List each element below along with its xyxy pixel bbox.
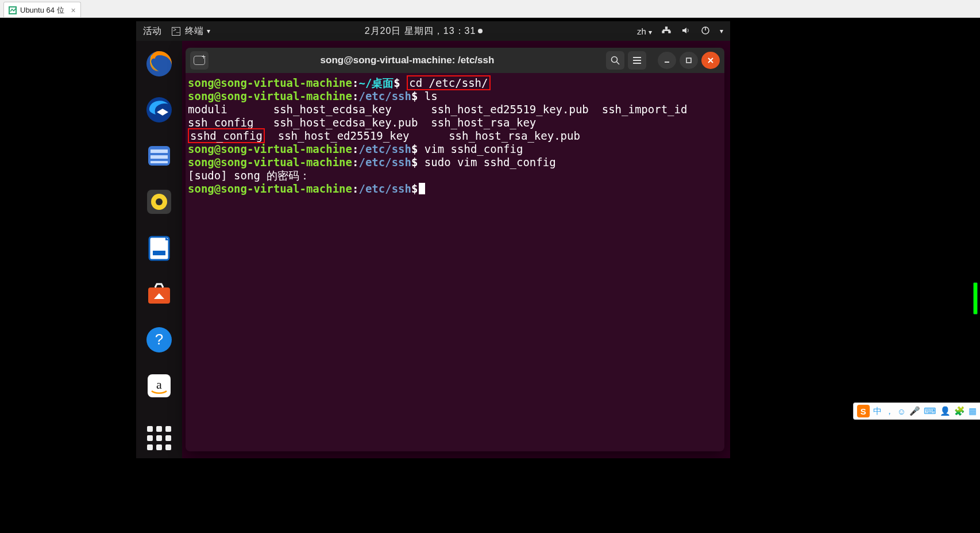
activities-button[interactable]: 活动	[143, 25, 161, 37]
chevron-down-icon: ▾	[649, 28, 652, 36]
clock[interactable]: 2月20日 星期四，13：31	[210, 25, 637, 37]
prompt-path-ssh: /etc/ssh	[358, 156, 411, 168]
prompt-userhost: song@song-virtual-machine	[188, 156, 352, 168]
ime-skin-icon[interactable]: 🧩	[954, 406, 965, 416]
ime-punct-icon[interactable]: ，	[885, 406, 894, 417]
terminal-titlebar[interactable]: song@song-virtual-machine: /etc/ssh	[186, 48, 724, 73]
svg-line-21	[617, 62, 620, 65]
terminal-window: song@song-virtual-machine: /etc/ssh song…	[186, 48, 724, 451]
terminal-title: song@song-virtual-machine: /etc/ssh	[212, 55, 603, 66]
dock-thunderbird[interactable]	[143, 94, 175, 126]
new-tab-button[interactable]	[190, 51, 209, 70]
window-maximize-button[interactable]	[680, 52, 698, 69]
dock: ? a	[136, 41, 182, 458]
ls-c3r2: ssh_host_rsa_key	[431, 116, 536, 129]
ime-voice-icon[interactable]: 🎤	[909, 406, 920, 416]
notification-dot-icon	[478, 29, 483, 33]
vm-area: S 中 ， ☺ 🎤 ⌨ 👤 🧩 ▦ 活动 终端 ▾ 2月20日 星期四，13：3…	[0, 18, 980, 533]
guest-desktop: 活动 终端 ▾ 2月20日 星期四，13：31 zh ▾ ▾	[136, 21, 730, 458]
cmd-sudo-vim: sudo vim sshd_config	[425, 156, 556, 168]
prompt-path-ssh: /etc/ssh	[358, 143, 411, 155]
minimize-icon	[663, 56, 671, 64]
svg-rect-7	[151, 155, 168, 159]
vm-tab-strip: Ubuntu 64 位 ×	[0, 0, 980, 18]
show-applications-icon[interactable]	[147, 426, 171, 450]
terminal-icon	[172, 27, 180, 36]
ls-c3r1: ssh_host_ed25519_key.pub	[431, 103, 589, 116]
terminal-cursor-icon	[419, 183, 425, 194]
clock-label: 2月20日 星期四，13：31	[365, 26, 476, 36]
app-menu-label: 终端	[185, 25, 203, 37]
volume-icon[interactable]	[681, 25, 691, 37]
ls-c1r2: ssh_config	[188, 116, 253, 129]
input-source-label: zh	[637, 26, 646, 36]
vm-icon	[9, 6, 17, 14]
sogou-logo-icon[interactable]: S	[857, 405, 870, 417]
gnome-top-bar: 活动 终端 ▾ 2月20日 星期四，13：31 zh ▾ ▾	[136, 21, 730, 41]
input-source-indicator[interactable]: zh ▾	[637, 26, 652, 36]
ls-c3r3: ssh_host_rsa_key.pub	[449, 129, 580, 142]
svg-rect-8	[151, 161, 168, 163]
search-button[interactable]	[606, 51, 624, 70]
prompt-path-ssh: /etc/ssh	[358, 90, 411, 102]
cpu-meter-icon	[973, 282, 978, 315]
svg-text:a: a	[156, 377, 162, 392]
network-icon[interactable]	[661, 25, 672, 37]
cmd-ls: ls	[425, 90, 438, 102]
ime-user-icon[interactable]: 👤	[940, 406, 951, 416]
prompt-userhost: song@song-virtual-machine	[188, 90, 352, 102]
highlight-cd-command: cd /etc/ssh/	[407, 75, 490, 90]
cmd-vim: vim sshd_config	[425, 143, 523, 155]
svg-point-20	[612, 57, 618, 63]
sudo-prompt: [sudo] song 的密码：	[188, 169, 310, 182]
new-tab-icon	[194, 56, 205, 65]
dock-help[interactable]: ?	[143, 324, 175, 356]
ime-lang-icon[interactable]: 中	[873, 406, 882, 417]
dock-amazon[interactable]: a	[143, 370, 175, 402]
maximize-icon	[685, 56, 693, 64]
app-menu-terminal[interactable]: 终端 ▾	[172, 25, 210, 37]
prompt-userhost: song@song-virtual-machine	[188, 76, 352, 89]
dock-rhythmbox[interactable]	[143, 186, 175, 218]
prompt-userhost: song@song-virtual-machine	[188, 143, 352, 155]
vm-tab-ubuntu[interactable]: Ubuntu 64 位 ×	[3, 2, 81, 17]
power-icon[interactable]	[700, 25, 711, 37]
ime-emoji-icon[interactable]: ☺	[897, 407, 906, 416]
ime-toolbar[interactable]: S 中 ， ☺ 🎤 ⌨ 👤 🧩 ▦	[853, 402, 980, 420]
dock-libreoffice-writer[interactable]	[143, 232, 175, 264]
window-minimize-button[interactable]	[658, 52, 676, 69]
ls-c4r1: ssh_import_id	[602, 103, 688, 116]
prompt-userhost: song@song-virtual-machine	[188, 182, 352, 195]
svg-text:?: ?	[155, 331, 163, 348]
terminal-body[interactable]: song@song-virtual-machine:~/桌面$ cd /etc/…	[186, 73, 724, 451]
svg-rect-6	[151, 149, 168, 153]
ls-c1r1: moduli	[188, 103, 227, 116]
search-icon	[610, 55, 620, 66]
vm-tab-label: Ubuntu 64 位	[20, 5, 64, 16]
window-close-button[interactable]	[701, 52, 720, 69]
ls-c2r2: ssh_host_ecdsa_key.pub	[273, 116, 418, 129]
prompt-path-ssh: /etc/ssh	[358, 182, 411, 195]
ime-keyboard-icon[interactable]: ⌨	[924, 406, 936, 416]
vm-tab-close-icon[interactable]: ×	[71, 6, 76, 15]
highlight-sshd-config: sshd_config	[188, 128, 265, 143]
ls-c2r3: ssh_host_ed25519_key	[278, 129, 410, 142]
ime-grid-icon[interactable]: ▦	[969, 406, 977, 416]
dock-firefox[interactable]	[143, 48, 175, 80]
prompt-path-home: ~/桌面	[358, 76, 393, 89]
dock-ubuntu-software[interactable]	[143, 278, 175, 310]
svg-point-11	[156, 198, 163, 205]
svg-rect-26	[686, 58, 691, 63]
dock-files[interactable]	[143, 140, 175, 172]
hamburger-icon	[632, 56, 642, 64]
close-icon	[707, 56, 715, 64]
hamburger-menu-button[interactable]	[628, 51, 646, 70]
system-menu-chevron-icon[interactable]: ▾	[720, 27, 723, 35]
ls-c2r1: ssh_host_ecdsa_key	[273, 103, 392, 116]
svg-rect-14	[153, 251, 165, 255]
